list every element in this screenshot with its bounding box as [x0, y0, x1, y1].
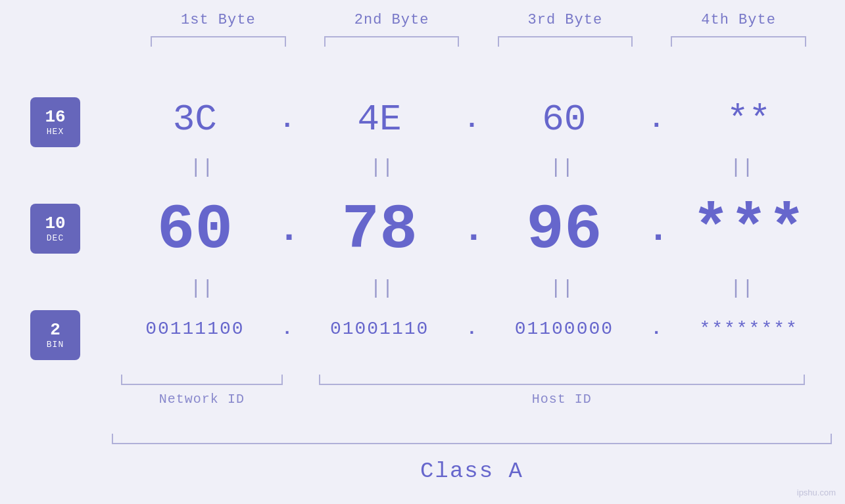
dec-cell-3: 96 — [481, 195, 648, 266]
dec-cell-2: 78 — [297, 195, 463, 266]
top-bracket-3 — [479, 36, 652, 47]
dec-row: 60 . 78 . 96 . *** — [112, 194, 832, 266]
bin-value-4: ******** — [665, 319, 832, 339]
top-bracket-4 — [652, 36, 825, 47]
hex-value-1: 3C — [112, 99, 278, 141]
hex-cell-4: ** — [665, 99, 832, 141]
bin-dot-1: . — [278, 319, 297, 339]
bottom-brackets-row: Network ID Host ID — [112, 375, 832, 407]
bin-dot-3: . — [647, 319, 665, 339]
network-id-label: Network ID — [159, 392, 245, 407]
bin-value-2: 01001110 — [297, 319, 463, 339]
big-bottom-bracket — [112, 434, 832, 444]
hex-dot-1: . — [278, 105, 297, 135]
hex-value-4: ** — [665, 99, 832, 141]
host-id-label: Host ID — [532, 392, 592, 407]
hex-row: 3C . 4E . 60 . ** — [112, 93, 832, 146]
equals-1-cell-4: || — [652, 156, 832, 179]
hex-cell-2: 4E — [297, 99, 463, 141]
dec-dot-2: . — [463, 209, 481, 251]
bin-cell-2: 01001110 — [297, 319, 463, 339]
hex-badge: 16 HEX — [30, 97, 80, 147]
bin-base-label: BIN — [47, 340, 64, 350]
hex-cell-1: 3C — [112, 99, 278, 141]
bin-row: 00111100 . 01001110 . 01100000 . *******… — [112, 302, 832, 355]
dec-value-2: 78 — [297, 195, 463, 266]
dec-value-4: *** — [665, 195, 832, 266]
equals-row-1: || || || || — [112, 156, 832, 179]
bin-dot-2: . — [463, 319, 481, 339]
top-bracket-2 — [305, 36, 479, 47]
byte-label-4: 4th Byte — [652, 12, 825, 28]
byte-label-1: 1st Byte — [132, 12, 305, 28]
dec-badge: 10 DEC — [30, 204, 80, 254]
dec-base-label: DEC — [47, 233, 64, 243]
bin-cell-3: 01100000 — [481, 319, 648, 339]
byte-label-3: 3rd Byte — [479, 12, 652, 28]
bin-cell-1: 00111100 — [112, 319, 278, 339]
hex-base-number: 16 — [45, 108, 65, 127]
top-brackets-row — [132, 36, 825, 47]
network-bracket-wrap: Network ID — [112, 375, 292, 407]
network-bracket-shape — [121, 375, 283, 385]
equals-1-cell-1: || — [112, 156, 292, 179]
dec-cell-1: 60 — [112, 195, 278, 266]
byte-label-2: 2nd Byte — [305, 12, 479, 28]
byte-labels-row: 1st Byte 2nd Byte 3rd Byte 4th Byte — [132, 12, 825, 28]
dec-dot-3: . — [647, 209, 665, 251]
bin-value-3: 01100000 — [481, 319, 648, 339]
dec-base-number: 10 — [45, 214, 65, 233]
top-bracket-1 — [132, 36, 305, 47]
equals-row-2: || || || || — [112, 277, 832, 300]
bin-cell-4: ******** — [665, 319, 832, 339]
bin-value-1: 00111100 — [112, 319, 278, 339]
dec-value-1: 60 — [112, 195, 278, 266]
hex-dot-2: . — [463, 105, 481, 135]
page-container: 1st Byte 2nd Byte 3rd Byte 4th Byte 16 H… — [0, 0, 845, 504]
class-a-label: Class A — [112, 459, 832, 484]
hex-dot-3: . — [647, 105, 665, 135]
equals-1-cell-3: || — [472, 156, 652, 179]
dec-value-3: 96 — [481, 195, 648, 266]
equals-2-cell-2: || — [292, 277, 472, 300]
hex-value-3: 60 — [481, 99, 648, 141]
hex-cell-3: 60 — [481, 99, 648, 141]
equals-2-cell-1: || — [112, 277, 292, 300]
watermark: ipshu.com — [797, 488, 836, 497]
dec-cell-4: *** — [665, 195, 832, 266]
hex-base-label: HEX — [47, 127, 64, 137]
hex-value-2: 4E — [297, 99, 463, 141]
bin-badge: 2 BIN — [30, 310, 80, 360]
bin-base-number: 2 — [50, 321, 60, 340]
host-bracket-wrap: Host ID — [292, 375, 832, 407]
dec-dot-1: . — [278, 209, 297, 251]
equals-2-cell-4: || — [652, 277, 832, 300]
host-bracket-shape — [319, 375, 805, 385]
equals-2-cell-3: || — [472, 277, 652, 300]
equals-1-cell-2: || — [292, 156, 472, 179]
